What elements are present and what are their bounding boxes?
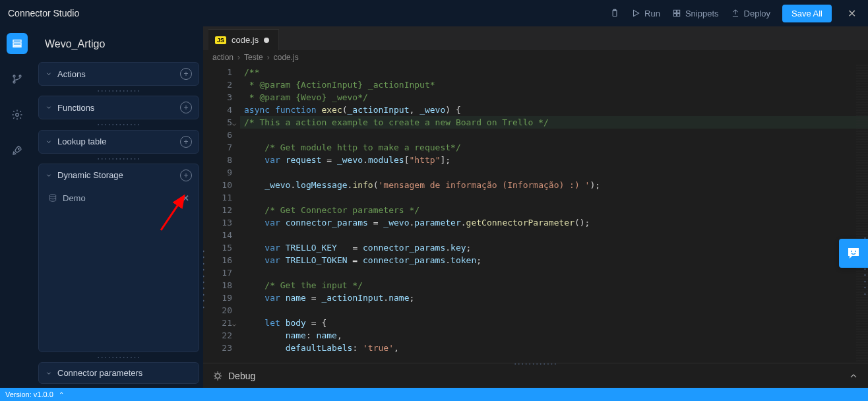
app-title: Connector Studio — [8, 8, 79, 18]
database-icon — [48, 193, 57, 202]
resize-grip[interactable]: ● ● ● ● ● ● ● ● ● ● ● ● — [98, 89, 140, 92]
sidebar: Wevo_Artigo Actions + ● ● ● ● ● ● ● ● ● … — [34, 26, 203, 388]
rail-rocket-button[interactable] — [7, 140, 28, 161]
svg-point-10 — [13, 75, 15, 77]
panel-dynamic-header[interactable]: Dynamic Storage + — [39, 164, 199, 187]
svg-rect-5 — [673, 14, 676, 16]
save-all-button[interactable]: Save All — [782, 5, 832, 22]
deploy-icon — [731, 9, 740, 18]
panel-dynamic-storage: Dynamic Storage + Demo ✕ — [38, 164, 199, 352]
snippets-button[interactable]: Snippets — [672, 9, 719, 18]
tab-code-js[interactable]: JS code.js — [208, 29, 279, 50]
bug-icon — [212, 371, 223, 381]
panel-connector-params: Connector parameters — [38, 362, 199, 384]
snippets-icon — [672, 9, 681, 18]
gear-icon — [11, 109, 23, 121]
panel-actions-label: Actions — [57, 69, 86, 79]
play-icon — [631, 9, 640, 18]
panel-actions: Actions + — [38, 62, 199, 86]
status-bar: Version: v1.0.0 ⌃ — [0, 388, 868, 401]
debug-panel-header[interactable]: ● ● ● ● ● ● ● ● ● ● ● ● Debug — [203, 363, 868, 388]
version-label: Version: v1.0.0 — [5, 390, 53, 398]
panel-connector-params-header[interactable]: Connector parameters — [39, 363, 199, 383]
svg-point-12 — [19, 75, 21, 77]
svg-point-14 — [18, 148, 20, 150]
svg-point-19 — [851, 251, 852, 252]
breadcrumb-item[interactable]: action — [212, 53, 233, 62]
chevron-up-icon[interactable] — [848, 371, 859, 381]
panel-actions-header[interactable]: Actions + — [39, 63, 199, 85]
svg-rect-8 — [13, 43, 21, 45]
topbar: Connector Studio Run Snippets Deploy Sav… — [0, 0, 868, 26]
panel-functions: Functions + — [38, 96, 199, 119]
chevron-down-icon — [46, 172, 52, 179]
dynamic-item-label: Demo — [63, 193, 86, 203]
svg-rect-6 — [677, 14, 680, 16]
svg-rect-9 — [13, 46, 21, 47]
svg-rect-7 — [13, 40, 21, 42]
resize-grip[interactable]: ● ● ● ● ● ● ● ● ● ● ● ● — [98, 355, 140, 359]
panel-lookup-header[interactable]: Lookup table + — [39, 131, 199, 153]
code-editor[interactable]: 1234567891011121314151617181920212223 /*… — [203, 65, 868, 363]
panel-dynamic-label: Dynamic Storage — [57, 170, 123, 180]
support-chat-button[interactable] — [839, 239, 868, 268]
chat-smile-icon — [846, 245, 861, 261]
unsaved-dot-icon — [264, 38, 269, 43]
svg-point-15 — [49, 195, 55, 197]
fold-toggle[interactable] — [231, 319, 237, 326]
fold-toggle[interactable] — [231, 119, 237, 125]
dynamic-item-demo[interactable]: Demo ✕ — [43, 189, 195, 207]
add-dynamic-button[interactable]: + — [180, 170, 192, 181]
resize-grip[interactable]: ● ● ● ● ● ● ● ● ● ● ● ● — [98, 157, 140, 160]
close-button[interactable]: ✕ — [844, 5, 860, 22]
code-lines[interactable]: /** * @param {ActionInput} _actionInput*… — [240, 65, 868, 363]
rail-branch-button[interactable] — [7, 69, 28, 90]
tab-label: code.js — [232, 35, 259, 45]
add-lookup-button[interactable]: + — [180, 136, 192, 148]
deploy-label: Deploy — [744, 9, 770, 18]
breadcrumb[interactable]: action › Teste › code.js — [203, 50, 868, 65]
add-function-button[interactable]: + — [180, 102, 192, 113]
clipboard-button[interactable] — [610, 9, 619, 18]
line-gutter: 1234567891011121314151617181920212223 — [203, 65, 240, 363]
svg-rect-4 — [677, 10, 680, 13]
minimap[interactable] — [856, 65, 868, 363]
breadcrumb-item[interactable]: Teste — [244, 53, 263, 62]
resize-grip[interactable]: ● ● ● ● ● ● ● ● ● ● ● ● — [514, 362, 557, 365]
tab-strip: JS code.js — [203, 26, 868, 50]
chevron-down-icon — [46, 104, 52, 111]
debug-label: Debug — [228, 371, 255, 381]
svg-marker-2 — [634, 10, 639, 16]
run-label: Run — [644, 9, 660, 18]
breadcrumb-item[interactable]: code.js — [274, 53, 299, 62]
panel-lookup: Lookup table + — [38, 130, 199, 154]
add-action-button[interactable]: + — [180, 68, 192, 80]
project-title: Wevo_Artigo — [38, 34, 199, 59]
panel-functions-header[interactable]: Functions + — [39, 96, 199, 119]
activity-bar — [0, 26, 34, 388]
svg-point-20 — [855, 251, 856, 252]
svg-point-13 — [16, 113, 19, 117]
resize-grip-vertical[interactable]: ● ● ● ● ● ● ● ● ● ● — [203, 249, 205, 309]
rocket-icon — [11, 144, 23, 156]
chevron-up-icon[interactable]: ⌃ — [59, 391, 64, 398]
panel-functions-label: Functions — [57, 103, 94, 113]
chevron-down-icon — [46, 370, 52, 377]
svg-rect-3 — [673, 10, 676, 13]
deploy-button[interactable]: Deploy — [731, 9, 770, 18]
editor-region: JS code.js action › Teste › code.js 1234… — [203, 26, 868, 388]
branch-icon — [11, 73, 23, 85]
rail-settings-button[interactable] — [7, 104, 28, 125]
resize-grip[interactable]: ● ● ● ● ● ● ● ● ● ● ● ● — [98, 123, 140, 126]
js-file-icon: JS — [215, 36, 226, 44]
svg-point-11 — [13, 81, 15, 83]
chevron-down-icon — [46, 71, 52, 77]
snippets-label: Snippets — [685, 9, 719, 18]
rail-explorer-button[interactable] — [7, 33, 28, 54]
run-button[interactable]: Run — [631, 9, 660, 18]
clipboard-icon — [610, 9, 619, 18]
panel-connector-params-label: Connector parameters — [57, 368, 142, 378]
delete-dynamic-item-button[interactable]: ✕ — [182, 193, 189, 203]
panel-lookup-label: Lookup table — [57, 137, 106, 146]
chevron-down-icon — [46, 139, 52, 145]
